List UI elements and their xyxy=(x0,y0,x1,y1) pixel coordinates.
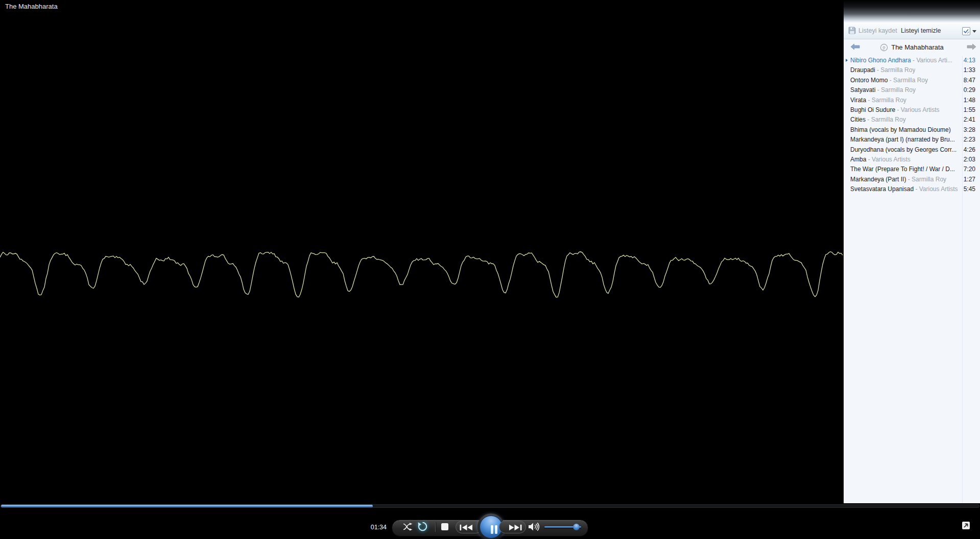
track-text: Svetasvatara Upanisad - Various Artists xyxy=(850,184,958,194)
track-text: Markandeya (part I) (narrated by Bru... xyxy=(850,135,955,145)
elapsed-time: 01:34 xyxy=(351,524,387,531)
save-list-button[interactable]: Listeyi kaydet xyxy=(858,27,897,34)
playlist-item[interactable]: The War (Prepare To Fight! / War / D...7… xyxy=(844,165,980,174)
track-duration: 3:28 xyxy=(964,125,975,135)
playlist-item[interactable]: Markandeya (Part II) - Sarmilla Roy1:27 xyxy=(844,175,980,184)
track-text: Ontoro Momo - Sarmilla Roy xyxy=(850,76,928,85)
track-text: Draupadi - Sarmilla Roy xyxy=(850,65,915,75)
playlist-item[interactable]: Satyavati - Sarmilla Roy0:29 xyxy=(844,85,980,95)
track-text: Cities - Sarmilla Roy xyxy=(850,115,906,125)
now-playing-marker xyxy=(846,59,848,62)
shuffle-icon[interactable] xyxy=(403,523,413,531)
track-artist: - Sarmilla Roy xyxy=(866,97,906,104)
track-duration: 5:45 xyxy=(964,184,975,194)
speaker-icon[interactable] xyxy=(528,522,540,531)
track-duration: 1:33 xyxy=(964,65,975,75)
track-text: Duryodhana (vocals by Georges Corr... xyxy=(850,145,957,155)
track-title: The War (Prepare To Fight! / War / D... xyxy=(850,166,955,173)
track-text: The War (Prepare To Fight! / War / D... xyxy=(850,165,955,174)
track-duration: 8:47 xyxy=(964,76,975,85)
track-text: Bughi Oi Sudure - Various Artists xyxy=(850,105,940,115)
track-artist: - Various Artists xyxy=(895,106,939,113)
clear-list-button[interactable]: Listeyi temizle xyxy=(901,27,941,34)
track-title: Virata xyxy=(850,97,866,104)
track-title: Duryodhana (vocals by Georges Corr... xyxy=(850,146,957,153)
seek-bar-progress xyxy=(1,505,373,507)
track-duration: 1:55 xyxy=(964,105,975,115)
playlist-item[interactable]: Amba - Various Artists2:03 xyxy=(844,155,980,165)
track-text: Bhima (vocals by Mamadou Dioume) xyxy=(850,125,951,135)
track-artist: - Sarmilla Roy xyxy=(906,176,946,183)
fullscreen-icon[interactable] xyxy=(962,522,970,529)
save-list-icon xyxy=(848,27,856,34)
now-playing-title: The Mahabharata xyxy=(5,3,58,10)
track-title: Satyavati xyxy=(850,86,875,93)
seek-bar[interactable] xyxy=(1,504,979,508)
track-text: Satyavati - Sarmilla Roy xyxy=(850,85,916,95)
playlist-items: Nibiro Ghono Andhara - Various Arti...4:… xyxy=(844,56,980,194)
track-duration: 2:03 xyxy=(964,155,975,165)
track-title: Markandeya (part I) (narrated by Bru... xyxy=(850,136,955,143)
track-title: Cities xyxy=(850,116,866,123)
playlist-item[interactable]: Bughi Oi Sudure - Various Artists1:55 xyxy=(844,105,980,115)
playlist-toolbar: Listeyi kaydet Listeyi temizle xyxy=(844,22,980,39)
next-button[interactable] xyxy=(499,521,526,533)
track-artist: - Sarmilla Roy xyxy=(866,116,906,123)
list-options-button[interactable] xyxy=(962,27,976,35)
playlist-item[interactable]: Markandeya (part I) (narrated by Bru...2… xyxy=(844,135,980,145)
track-text: Nibiro Ghono Andhara - Various Arti... xyxy=(850,56,952,65)
wmp-now-playing-window: The Mahabharata Liste xyxy=(0,0,980,539)
track-duration: 2:23 xyxy=(964,135,975,145)
playlist-item[interactable]: Draupadi - Sarmilla Roy1:33 xyxy=(844,65,980,75)
track-duration: 4:13 xyxy=(964,56,975,65)
track-title: Nibiro Ghono Andhara xyxy=(850,57,911,64)
track-duration: 0:29 xyxy=(964,85,975,95)
playlist-item[interactable]: Duryodhana (vocals by Georges Corr...4:2… xyxy=(844,145,980,155)
chevron-down-icon xyxy=(972,30,976,33)
track-artist: - Sarmilla Roy xyxy=(888,77,928,84)
volume-slider[interactable] xyxy=(544,526,581,528)
playlist-title: The Mahabharata xyxy=(891,43,944,51)
track-text: Markandeya (Part II) - Sarmilla Roy xyxy=(850,175,946,184)
playlist-item[interactable]: Svetasvatara Upanisad - Various Artists5… xyxy=(844,184,980,194)
playlist-item[interactable]: Nibiro Ghono Andhara - Various Arti...4:… xyxy=(844,56,980,65)
track-title: Ontoro Momo xyxy=(850,77,888,84)
track-title: Bughi Oi Sudure xyxy=(850,106,895,113)
track-duration: 7:20 xyxy=(964,165,975,174)
track-artist: - Various Artists xyxy=(914,185,958,193)
next-list-button[interactable] xyxy=(967,43,976,50)
track-text: Amba - Various Artists xyxy=(850,155,911,165)
track-duration: 2:41 xyxy=(964,115,975,125)
track-title: Draupadi xyxy=(850,66,875,74)
track-duration: 4:26 xyxy=(964,145,975,155)
track-duration: 1:27 xyxy=(964,175,975,184)
repeat-icon[interactable] xyxy=(417,521,428,532)
track-title: Bhima (vocals by Mamadou Dioume) xyxy=(850,126,951,133)
transport-separator xyxy=(435,522,436,532)
visualization-waveform xyxy=(0,225,844,307)
playlist-source: The Mahabharata xyxy=(844,39,980,56)
playlist-nav: The Mahabharata xyxy=(844,39,980,56)
cd-icon xyxy=(880,43,888,52)
track-title: Markandeya (Part II) xyxy=(850,176,906,183)
track-duration: 1:48 xyxy=(964,96,975,105)
panel-top-gradient xyxy=(844,0,980,22)
track-title: Svetasvatara Upanisad xyxy=(850,185,914,193)
track-title: Amba xyxy=(850,156,866,163)
volume-knob[interactable] xyxy=(573,524,580,530)
playlist-item[interactable]: Cities - Sarmilla Roy2:41 xyxy=(844,115,980,125)
track-artist: - Sarmilla Roy xyxy=(875,86,916,93)
checkbox-dropdown-icon xyxy=(962,27,970,35)
track-artist: - Various Arti... xyxy=(911,57,952,64)
track-artist: - Various Artists xyxy=(866,156,910,163)
track-text: Virata - Sarmilla Roy xyxy=(850,96,906,105)
playlist-panel: Listeyi kaydet Listeyi temizle xyxy=(844,0,980,503)
stop-button[interactable] xyxy=(441,523,448,530)
playlist-item[interactable]: Virata - Sarmilla Roy1:48 xyxy=(844,96,980,105)
playlist-item[interactable]: Bhima (vocals by Mamadou Dioume)3:28 xyxy=(844,125,980,135)
track-artist: - Sarmilla Roy xyxy=(875,66,916,74)
playlist-item[interactable]: Ontoro Momo - Sarmilla Roy8:47 xyxy=(844,76,980,85)
